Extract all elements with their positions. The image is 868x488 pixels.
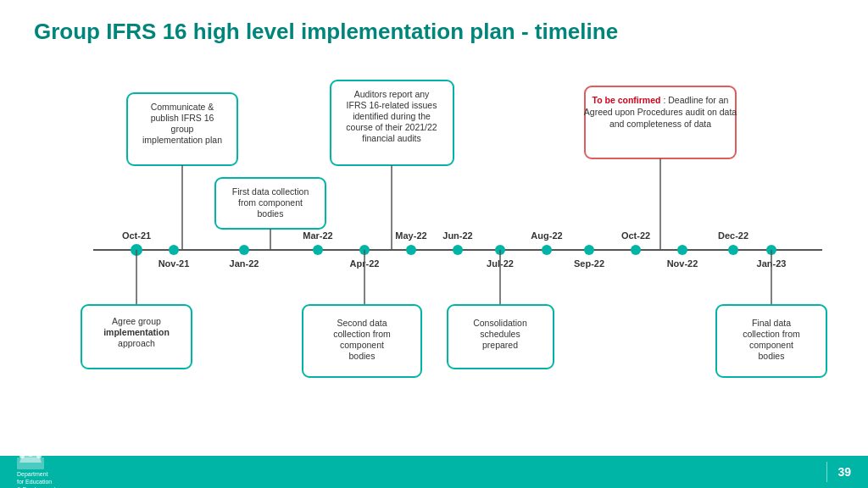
svg-text:bodies: bodies (349, 351, 376, 361)
svg-text:bodies: bodies (258, 208, 284, 219)
footer-divider (826, 462, 827, 482)
svg-text:Aug-22: Aug-22 (531, 230, 562, 241)
slide: Group IFRS 16 high level implementation … (0, 0, 868, 488)
svg-point-42 (584, 245, 594, 255)
svg-text:Nov-21: Nov-21 (159, 258, 190, 269)
svg-text:and completeness of data: and completeness of data (609, 119, 711, 129)
page-title: Group IFRS 16 high level implementation … (0, 0, 868, 53)
svg-text:Jun-22: Jun-22 (442, 230, 472, 241)
svg-point-28 (239, 245, 249, 255)
svg-text:collection from: collection from (333, 329, 391, 339)
svg-text:Mar-22: Mar-22 (303, 230, 332, 241)
svg-text:approach: approach (118, 338, 155, 348)
svg-point-48 (728, 245, 738, 255)
footer: Departmentfor Education& Employment 39 (0, 456, 868, 488)
timeline-diagram: Communicate & publish IFRS 16 group impl… (25, 68, 848, 458)
svg-text:IFRS 16-related issues: IFRS 16-related issues (347, 100, 437, 110)
svg-text:Oct-22: Oct-22 (621, 230, 650, 241)
svg-point-44 (631, 245, 641, 255)
svg-text:Communicate &: Communicate & (151, 102, 214, 112)
svg-text:course of their 2021/22: course of their 2021/22 (346, 122, 437, 132)
footer-logo: Departmentfor Education& Employment (17, 451, 56, 488)
svg-text:Sep-22: Sep-22 (574, 258, 604, 269)
svg-text:Dec-22: Dec-22 (718, 230, 748, 241)
svg-text:identified during the: identified during the (353, 111, 431, 121)
svg-text:component: component (340, 340, 384, 350)
svg-text:Auditors report any: Auditors report any (354, 89, 430, 99)
svg-text:implementation: implementation (103, 327, 170, 337)
page-number: 39 (837, 465, 851, 479)
svg-text:Nov-22: Nov-22 (667, 258, 698, 269)
svg-text:May-22: May-22 (395, 230, 426, 241)
svg-text:implementation plan: implementation plan (142, 135, 222, 145)
svg-text:financial audits: financial audits (362, 133, 420, 143)
svg-text:Agree group: Agree group (112, 316, 161, 326)
svg-point-30 (313, 245, 323, 255)
crown-icon (17, 451, 44, 469)
svg-text:publish IFRS 16: publish IFRS 16 (151, 113, 214, 123)
svg-text:To be confirmed
      : Deadli: To be confirmed : Deadline for an (593, 95, 729, 105)
svg-text:Consolidation: Consolidation (473, 318, 527, 328)
svg-text:component: component (749, 340, 793, 350)
svg-text:from component: from component (238, 197, 303, 208)
svg-text:First data collection: First data collection (232, 186, 309, 197)
svg-text:bodies: bodies (759, 351, 785, 361)
svg-text:Final data: Final data (752, 318, 791, 328)
svg-point-34 (406, 245, 416, 255)
svg-text:Oct-21: Oct-21 (122, 230, 151, 241)
svg-text:Agreed upon Procedures audit o: Agreed upon Procedures audit on data (584, 107, 737, 117)
svg-text:schedules: schedules (480, 329, 520, 339)
svg-text:Jan-22: Jan-22 (230, 258, 259, 269)
svg-text:collection from: collection from (743, 329, 800, 339)
footer-right: 39 (826, 462, 851, 482)
svg-text:Second data: Second data (337, 318, 387, 328)
svg-text:group: group (171, 124, 194, 134)
footer-logo-text: Departmentfor Education& Employment (17, 470, 56, 488)
svg-point-46 (677, 245, 687, 255)
svg-point-40 (542, 245, 552, 255)
svg-point-26 (169, 245, 179, 255)
svg-point-36 (453, 245, 463, 255)
svg-text:prepared: prepared (482, 340, 518, 350)
